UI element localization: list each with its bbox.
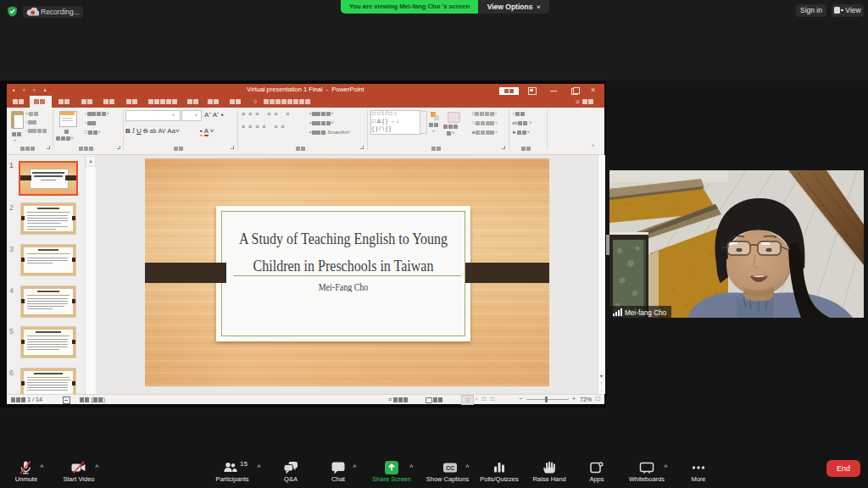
svg-text:Mei-fang Cho: Mei-fang Cho [625, 309, 667, 317]
svg-text:CC: CC [446, 465, 454, 471]
